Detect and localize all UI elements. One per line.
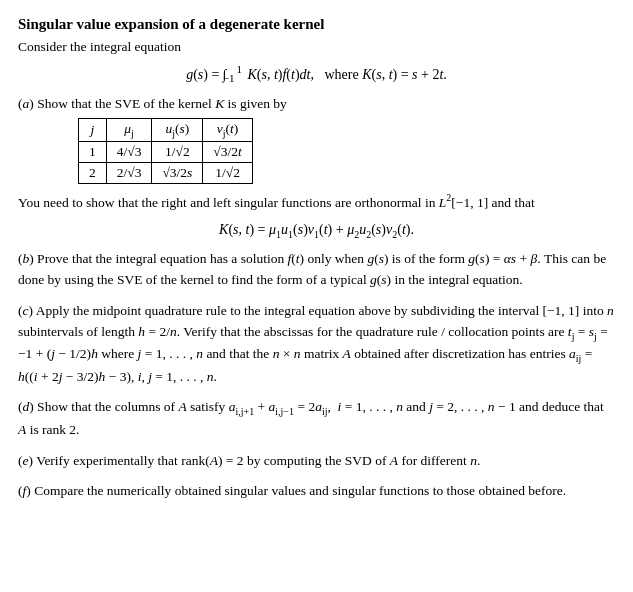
part-a-intro: Show that the SVE of the kernel K is giv… — [37, 96, 287, 111]
row1-j: 1 — [79, 142, 107, 163]
row2-v: 1/√2 — [203, 163, 252, 184]
header-v: vj(t) — [203, 119, 252, 142]
part-e: (e) Verify experimentally that rank(A) =… — [18, 451, 615, 472]
row2-mu: 2/√3 — [106, 163, 152, 184]
part-b: (b) Prove that the integral equation has… — [18, 249, 615, 291]
main-equation-text: g(s) = ∫−11 K(s, t)f(t)dt, where K(s, t)… — [186, 67, 447, 82]
part-a-label: (a) Show that the SVE of the kernel K is… — [18, 96, 615, 112]
main-equation: g(s) = ∫−11 K(s, t)f(t)dt, where K(s, t)… — [18, 63, 615, 84]
part-a-text-after: You need to show that the right and left… — [18, 190, 615, 213]
part-f-text: (f) Compare the numerically obtained sin… — [18, 481, 615, 502]
row1-mu: 4/√3 — [106, 142, 152, 163]
row1-v: √3/2t — [203, 142, 252, 163]
part-d-text: (d) Show that the columns of A satisfy a… — [18, 397, 615, 440]
part-b-text: (b) Prove that the integral equation has… — [18, 249, 615, 291]
part-e-text: (e) Verify experimentally that rank(A) =… — [18, 451, 615, 472]
part-f: (f) Compare the numerically obtained sin… — [18, 481, 615, 502]
part-a: (a) Show that the SVE of the kernel K is… — [18, 96, 615, 239]
intro-text: Consider the integral equation — [18, 39, 615, 55]
header-u: uj(s) — [152, 119, 203, 142]
header-mu: μj — [106, 119, 152, 142]
row1-u: 1/√2 — [152, 142, 203, 163]
part-a-equation: K(s, t) = μ1u1(s)v1(t) + μ2u2(s)v2(t). — [18, 222, 615, 240]
row2-u: √3/2s — [152, 163, 203, 184]
part-c-text: (c) Apply the midpoint quadrature rule t… — [18, 301, 615, 387]
part-c: (c) Apply the midpoint quadrature rule t… — [18, 301, 615, 387]
page-container: Singular value expansion of a degenerate… — [18, 16, 615, 502]
page-title: Singular value expansion of a degenerate… — [18, 16, 615, 33]
part-d: (d) Show that the columns of A satisfy a… — [18, 397, 615, 440]
header-j: j — [79, 119, 107, 142]
sve-table: j μj uj(s) vj(t) 1 4/√3 1/√2 √3/2t 2 2/√… — [78, 118, 253, 184]
row2-j: 2 — [79, 163, 107, 184]
